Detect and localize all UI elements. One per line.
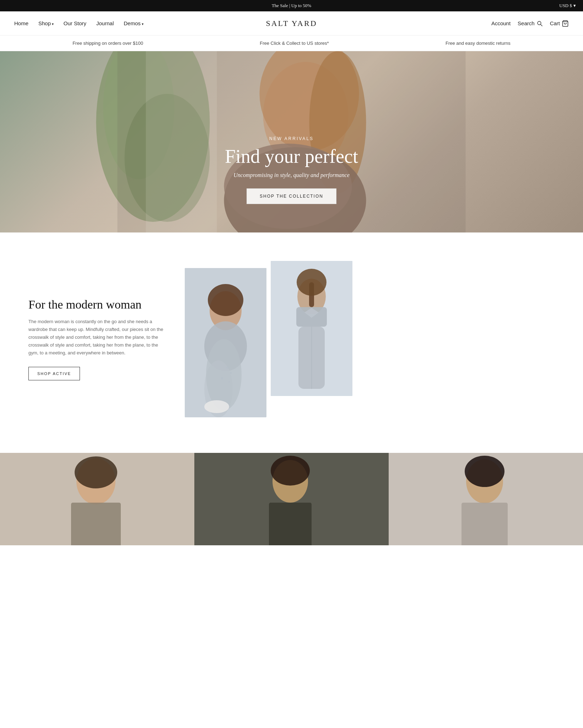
- shop-active-button[interactable]: SHOP ACTIVE: [28, 367, 80, 380]
- product-image-1-svg: [0, 453, 194, 545]
- hero-title: Find your perfect: [185, 146, 398, 167]
- hero-subtitle: Uncompromising in style, quality and per…: [185, 172, 398, 178]
- search-icon: [536, 20, 543, 27]
- hero-eyebrow: NEW ARRIVALS: [185, 136, 398, 141]
- product-item-1[interactable]: [0, 453, 194, 545]
- shipping-item-2: Free Click & Collect to US stores*: [260, 41, 329, 46]
- svg-point-4: [103, 51, 174, 179]
- search-link[interactable]: Search: [518, 20, 543, 27]
- svg-rect-35: [71, 503, 121, 545]
- shipping-item-3: Free and easy domestic returns: [446, 41, 511, 46]
- nav-journal[interactable]: Journal: [96, 20, 114, 26]
- svg-point-0: [538, 21, 541, 25]
- image-background-rect: [491, 254, 562, 360]
- modern-woman-text: For the modern woman The modern woman is…: [28, 298, 163, 380]
- hero-section: NEW ARRIVALS Find your perfect Uncomprom…: [0, 51, 583, 232]
- nav-left: Home Shop Our Story Journal Demos: [14, 20, 199, 26]
- nav-shop[interactable]: Shop: [38, 20, 54, 26]
- modern-woman-heading: For the modern woman: [28, 298, 163, 311]
- nav-right: Account Search Cart: [384, 20, 569, 27]
- product-item-3[interactable]: [389, 453, 583, 545]
- shop-collection-button[interactable]: SHOP THE COLLECTION: [247, 188, 336, 204]
- svg-point-38: [271, 456, 310, 486]
- shipping-item-1: Free shipping on orders over $100: [72, 41, 143, 46]
- modern-woman-body: The modern woman is constantly on the go…: [28, 318, 163, 357]
- active-wear-image-right: [271, 261, 352, 396]
- nav-demos[interactable]: Demos: [124, 20, 143, 26]
- nav-our-story[interactable]: Our Story: [64, 20, 86, 26]
- svg-point-20: [230, 372, 232, 374]
- modern-woman-images: [185, 261, 555, 417]
- product-row: [0, 446, 583, 545]
- svg-rect-43: [461, 503, 508, 545]
- hero-content: NEW ARRIVALS Find your perfect Uncomprom…: [185, 136, 398, 204]
- announcement-bar: The Sale | Up to 50% USD $ ▾: [0, 0, 583, 11]
- svg-point-18: [206, 339, 242, 410]
- modern-woman-section: For the modern woman The modern woman is…: [0, 232, 583, 446]
- site-logo[interactable]: SALT YARD: [199, 19, 384, 28]
- activewear-figure-left-svg: [185, 268, 266, 417]
- main-nav: Home Shop Our Story Journal Demos SALT Y…: [0, 11, 583, 36]
- announcement-text: The Sale | Up to 50%: [197, 3, 387, 9]
- currency-selector[interactable]: USD $ ▾: [386, 3, 576, 9]
- account-link[interactable]: Account: [491, 20, 511, 26]
- cart-icon: [562, 20, 569, 27]
- svg-rect-39: [269, 503, 312, 545]
- svg-point-42: [465, 456, 504, 487]
- svg-point-19: [226, 366, 228, 369]
- product-image-2-svg: [194, 453, 389, 545]
- svg-point-34: [75, 456, 117, 488]
- cart-link[interactable]: Cart: [550, 20, 569, 27]
- svg-point-15: [208, 284, 243, 316]
- svg-point-22: [228, 381, 230, 382]
- shipping-bar: Free shipping on orders over $100 Free C…: [0, 36, 583, 51]
- svg-point-21: [221, 377, 223, 379]
- svg-point-23: [204, 400, 229, 413]
- product-item-2[interactable]: [194, 453, 389, 545]
- svg-line-1: [540, 24, 542, 26]
- activewear-figure-right-svg: [271, 261, 352, 396]
- nav-home[interactable]: Home: [14, 20, 28, 26]
- active-wear-image-left: [185, 268, 266, 417]
- svg-point-27: [297, 269, 326, 296]
- product-image-3-svg: [389, 453, 583, 545]
